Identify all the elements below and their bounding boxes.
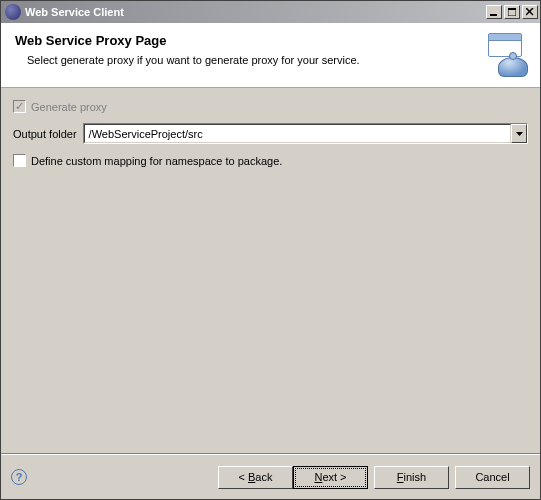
window-title: Web Service Client bbox=[25, 6, 484, 18]
cancel-button[interactable]: Cancel bbox=[455, 466, 530, 489]
custom-mapping-checkbox[interactable] bbox=[13, 154, 26, 167]
svg-rect-0 bbox=[490, 14, 497, 16]
output-folder-value: /WebServiceProject/src bbox=[84, 124, 511, 143]
window-controls bbox=[484, 5, 538, 19]
custom-mapping-row: Define custom mapping for namespace to p… bbox=[13, 154, 528, 167]
page-description: Select generate proxy if you want to gen… bbox=[15, 54, 360, 66]
wizard-header-text: Web Service Proxy Page Select generate p… bbox=[15, 33, 360, 66]
output-folder-combo[interactable]: /WebServiceProject/src bbox=[83, 123, 528, 144]
output-folder-label: Output folder bbox=[13, 128, 77, 140]
generate-proxy-label: Generate proxy bbox=[31, 101, 107, 113]
back-button[interactable]: < Back bbox=[218, 466, 293, 489]
wizard-banner-icon bbox=[480, 33, 528, 77]
wizard-dialog: Web Service Client Web Service Proxy Pag… bbox=[0, 0, 541, 500]
page-title: Web Service Proxy Page bbox=[15, 33, 360, 48]
custom-mapping-label: Define custom mapping for namespace to p… bbox=[31, 155, 282, 167]
svg-rect-2 bbox=[508, 8, 516, 10]
dropdown-button[interactable] bbox=[511, 124, 527, 143]
title-bar: Web Service Client bbox=[1, 1, 540, 23]
help-icon[interactable]: ? bbox=[11, 469, 27, 485]
generate-proxy-checkbox: ✓ bbox=[13, 100, 26, 113]
next-button[interactable]: Next > bbox=[293, 466, 368, 489]
finish-button[interactable]: Finish bbox=[374, 466, 449, 489]
wizard-content: ✓ Generate proxy Output folder /WebServi… bbox=[1, 88, 540, 453]
generate-proxy-row: ✓ Generate proxy bbox=[13, 100, 528, 113]
app-icon bbox=[5, 4, 21, 20]
maximize-button[interactable] bbox=[504, 5, 520, 19]
output-folder-row: Output folder /WebServiceProject/src bbox=[13, 123, 528, 144]
close-button[interactable] bbox=[522, 5, 538, 19]
wizard-header: Web Service Proxy Page Select generate p… bbox=[1, 23, 540, 88]
wizard-footer: ? < Back Next > Finish Cancel bbox=[1, 455, 540, 499]
svg-marker-5 bbox=[516, 132, 523, 136]
minimize-button[interactable] bbox=[486, 5, 502, 19]
